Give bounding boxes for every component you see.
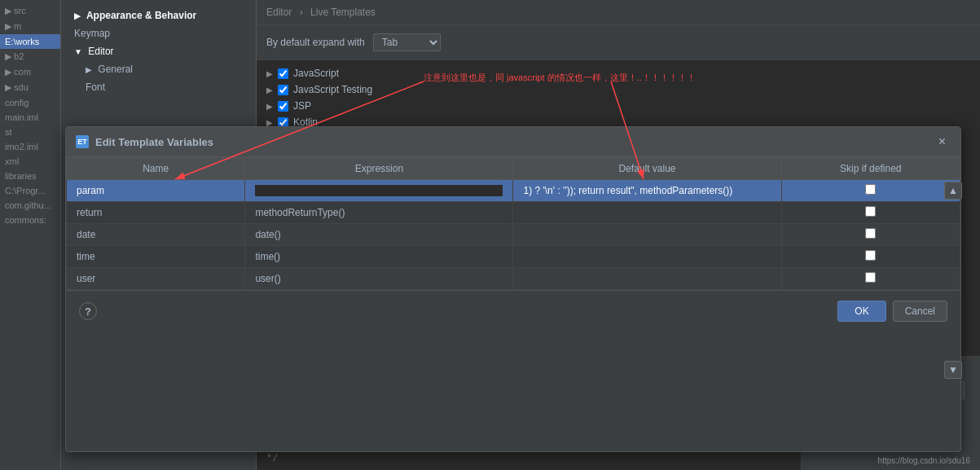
kotlin-arrow-icon: ▶ [266,118,273,127]
row-return-default [513,202,781,224]
config-item: config [0,95,60,110]
commons-item: commons: [0,213,60,227]
row-time-default [513,246,781,268]
font-item[interactable]: Font [61,78,256,96]
editor-arrow-icon: ▼ [74,47,82,56]
breadcrumb-sep: › [300,7,303,18]
row-param-skip [781,180,960,202]
src-item[interactable]: ▶ src [0,3,60,19]
template-group-js-testing: ▶ JavaScript Testing [257,81,980,98]
modal-title: ET Edit Template Variables [76,135,213,148]
mo2-iml-item: imo2.iml [0,139,60,154]
b2-item[interactable]: ▶ b2 [0,49,60,64]
col-header-name: Name [67,158,245,180]
table-row[interactable]: date date() [67,224,960,246]
m-item[interactable]: ▶ m [0,19,60,34]
param-expression-input[interactable] [255,185,503,196]
row-date-name: date [67,224,245,246]
modal-close-button[interactable]: × [934,134,951,150]
table-row[interactable]: time time() [67,246,960,268]
user-skip-checkbox[interactable] [865,272,876,283]
row-user-expression: user() [245,268,513,290]
workspace-item[interactable]: E:\works [0,34,60,49]
edit-template-variables-modal: ET Edit Template Variables × Name Expres… [65,126,961,452]
help-button[interactable]: ? [79,302,97,320]
variables-table: Name Expression Default value Skip if de… [66,157,960,290]
row-return-name: return [67,202,245,224]
jsp-label: JSP [293,100,311,112]
jst-label: JavaScript Testing [293,84,372,95]
template-group-jsp: ▶ JSP [257,98,980,114]
table-row[interactable]: return methodReturnType() [67,202,960,224]
ok-button[interactable]: OK [837,301,886,322]
row-time-expression: time() [245,246,513,268]
row-user-name: user [67,268,245,290]
general-item[interactable]: ▶ General [61,60,256,78]
row-param-default: 1) ? '\n' : '')); return result", method… [513,180,781,202]
template-group-javascript: ▶ JavaScript [257,65,980,81]
modal-icon: ET [76,135,89,148]
code-line-7: */ [266,451,791,466]
jst-checkbox[interactable] [278,85,288,95]
com-github-item: com.githu... [0,198,60,213]
scroll-down-button[interactable]: ▼ [944,361,962,379]
expand-select[interactable]: Tab Enter Space [373,33,441,51]
row-date-skip [781,224,960,246]
row-time-name: time [67,246,245,268]
appearance-arrow-icon: ▶ [74,11,81,20]
col-header-default: Default value [513,158,781,180]
modal-footer: ? OK Cancel [66,290,960,332]
time-skip-checkbox[interactable] [865,250,876,261]
col-header-skip: Skip if defined [781,158,960,180]
sdu-item[interactable]: ▶ sdu [0,80,60,95]
libraries-item: libraries [0,169,60,183]
breadcrumb: Editor › Live Templates [257,0,980,25]
row-return-skip [781,202,960,224]
row-return-expression: methodReturnType() [245,202,513,224]
js-checkbox[interactable] [278,68,288,79]
row-date-default [513,224,781,246]
date-skip-checkbox[interactable] [865,228,876,239]
main-iml-item: main.iml [0,110,60,125]
jsp-checkbox[interactable] [278,101,288,112]
row-time-skip [781,246,960,268]
col-header-expression: Expression [245,158,513,180]
keymap-item[interactable]: Keymap [61,24,256,42]
row-param-name: param [67,180,245,202]
cprogram-item: C:\Progr... [0,183,60,198]
footer-buttons: OK Cancel [837,301,947,322]
modal-title-bar: ET Edit Template Variables × [66,127,960,157]
modal-body: Name Expression Default value Skip if de… [66,157,960,290]
return-skip-checkbox[interactable] [865,206,876,217]
row-param-expression[interactable] [245,180,513,202]
general-arrow-icon: ▶ [86,65,92,74]
file-tree-sidebar: ▶ src ▶ m E:\works ▶ b2 ▶ com ▶ sdu conf… [0,0,61,470]
expand-label: By default expand with [266,37,365,48]
cancel-button[interactable]: Cancel [893,301,947,322]
watermark: https://blog.csdn.io/sdu16 [878,456,970,465]
table-row[interactable]: user user() [67,268,960,290]
jst-arrow-icon: ▶ [266,86,273,94]
js-label: JavaScript [293,68,339,79]
st-item: st [0,125,60,139]
live-templates-header: By default expand with Tab Enter Space [257,25,980,60]
table-row[interactable]: param 1) ? '\n' : '')); return result", … [67,180,960,202]
row-user-default [513,268,781,290]
com-item[interactable]: ▶ com [0,64,60,80]
editor-item[interactable]: ▼ Editor [61,42,256,60]
param-skip-checkbox[interactable] [865,184,876,195]
table-header-row: Name Expression Default value Skip if de… [67,158,960,180]
row-date-expression: date() [245,224,513,246]
jsp-arrow-icon: ▶ [266,102,273,111]
js-arrow-icon: ▶ [266,69,273,78]
appearance-behavior-item[interactable]: ▶ Appearance & Behavior [61,7,256,24]
scroll-up-button[interactable]: ▲ [944,182,962,200]
row-user-skip [781,268,960,290]
xml-item: xml [0,154,60,169]
